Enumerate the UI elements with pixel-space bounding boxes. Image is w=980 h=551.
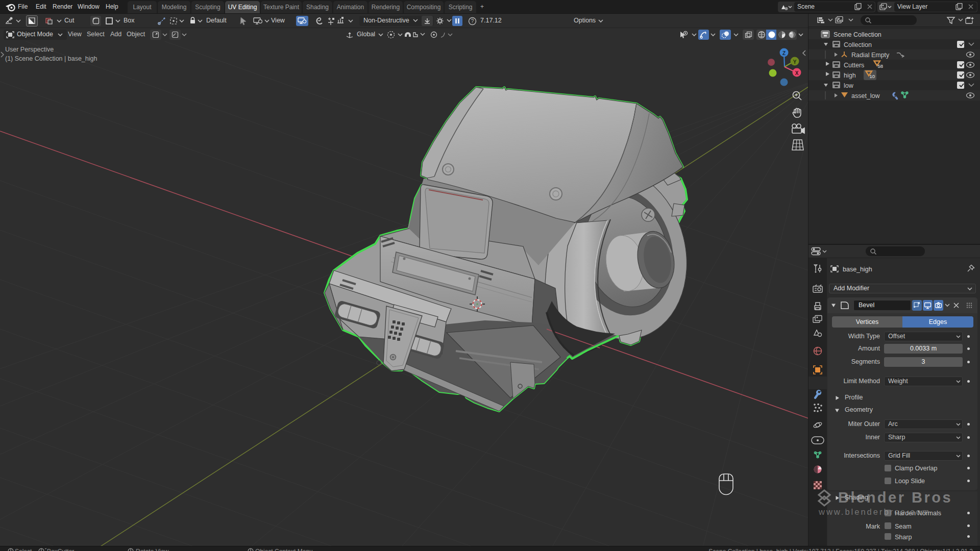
svg-text:high: high: [844, 72, 856, 79]
svg-text:Z: Z: [782, 51, 786, 56]
svg-text:10: 10: [870, 73, 875, 79]
svg-text:Collection: Collection: [844, 41, 872, 48]
svg-text:Scene Collection: Scene Collection: [834, 31, 881, 38]
svg-text:X: X: [795, 70, 799, 76]
svg-text:User Perspective: User Perspective: [5, 46, 54, 53]
svg-text:Cutters: Cutters: [844, 62, 864, 69]
svg-text:asset_low: asset_low: [851, 92, 880, 99]
svg-text:?: ?: [471, 18, 474, 24]
svg-text:(1) Scene Collection | base_hi: (1) Scene Collection | base_high: [5, 55, 97, 62]
svg-text:Y: Y: [793, 59, 797, 65]
svg-text:58: 58: [878, 63, 884, 69]
svg-text:Radial Empty: Radial Empty: [851, 52, 890, 59]
svg-text:low: low: [844, 82, 854, 89]
